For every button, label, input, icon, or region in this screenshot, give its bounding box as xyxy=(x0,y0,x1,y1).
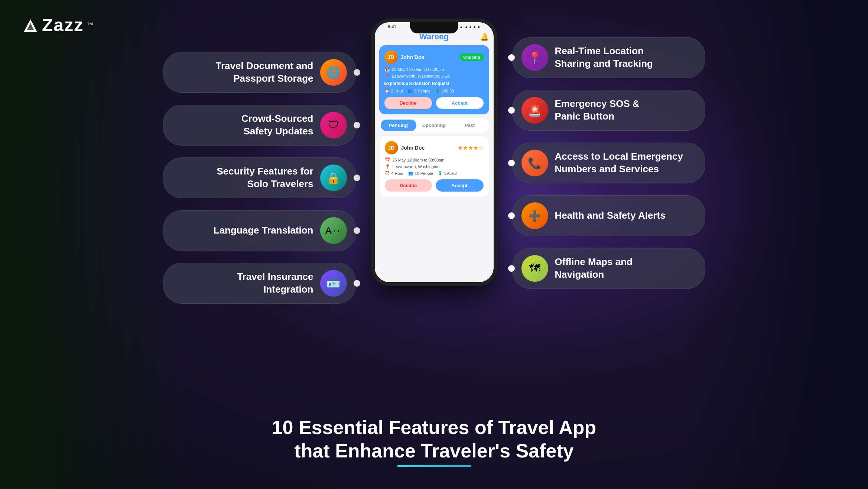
trip-2-buttons: Decline Accept xyxy=(385,179,484,192)
features-left: 🌐 Travel Document andPassport Storage 🛡 … xyxy=(163,52,356,304)
trip-1-date-text: 25 May 11:00am to 03:00pm xyxy=(392,67,444,72)
connector-real-time xyxy=(508,54,515,61)
stars-2: ★★★★☆ xyxy=(458,144,484,151)
real-time-icon: 📍 xyxy=(521,44,548,71)
feature-language: A↔ Language Translation xyxy=(163,210,356,251)
price-text-2: 391.68 xyxy=(444,171,457,176)
bottom-title: 10 Essential Features of Travel App that… xyxy=(0,416,868,467)
local-emergency-icon: 📞 xyxy=(521,150,548,176)
experience-label: Experience Extension Request xyxy=(384,81,484,86)
connector-insurance xyxy=(354,280,360,287)
people-icon-1: 👥 xyxy=(408,88,413,93)
user-name-1: John Doe xyxy=(401,54,425,60)
connector-travel-document xyxy=(354,69,360,76)
bottom-title-underline xyxy=(397,465,471,467)
people-icon-2: 👥 xyxy=(408,171,413,176)
trip-2-user: JD John Doe xyxy=(385,141,425,154)
location-icon-1: 📍 xyxy=(384,74,390,79)
features-right: 📍 Real-Time LocationSharing and Tracking… xyxy=(512,37,705,289)
bottom-title-line2: that Enhance Traveler's Safety xyxy=(0,439,868,462)
trip-1-buttons: Decline Accept xyxy=(384,97,484,109)
health-label: Health and Safety Alerts xyxy=(555,209,666,222)
people-text-2: 10 People xyxy=(415,171,433,176)
feature-insurance: 🪪 Travel InsuranceIntegration xyxy=(163,263,356,304)
trip-card-2: JD John Doe ★★★★☆ 📅 25 May 11:00am to 03… xyxy=(379,136,489,197)
logo-text: Zazz xyxy=(42,15,84,35)
duration-stat-1: ⏰ 2 Hour xyxy=(384,88,403,93)
calendar-icon-2: 📅 xyxy=(385,157,390,163)
connector-offline-maps xyxy=(508,265,515,272)
clock-icon-2: ⏰ xyxy=(385,171,390,176)
feature-emergency-sos: 🚨 Emergency SOS &Panic Button xyxy=(512,90,705,131)
trip-1-date: 📅 25 May 11:00am to 03:00pm xyxy=(384,67,484,72)
logo-tm: ™ xyxy=(87,21,93,29)
connector-health xyxy=(508,212,515,219)
price-text-1: 100.50 xyxy=(442,89,454,93)
accept-button-1[interactable]: Accept xyxy=(436,97,484,109)
duration-stat-2: ⏰ 4 Hour xyxy=(385,171,404,176)
trip-2-date-text: 25 May 11:00am to 03:00pm xyxy=(393,158,445,162)
time: 9:41 xyxy=(388,25,396,29)
tab-pending[interactable]: Pending xyxy=(381,120,416,131)
phone-screen: 9:41 ▲▲▲ ▲▲▲ ● Wareeg 🔔 JD John Doe Ongo… xyxy=(375,22,494,282)
trip-1-location-text: Leavenworth, Washington, USA xyxy=(392,74,450,78)
tab-past[interactable]: Past xyxy=(452,120,488,131)
emergency-sos-label: Emergency SOS &Panic Button xyxy=(555,98,640,123)
calendar-icon-1: 📅 xyxy=(384,67,390,72)
bell-icon: 🔔 xyxy=(480,32,489,41)
security-icon: 🔒 xyxy=(320,164,347,191)
insurance-label: Travel InsuranceIntegration xyxy=(237,271,313,296)
people-stat-2: 👥 10 People xyxy=(408,171,433,176)
status-badge-1: Ongoing xyxy=(459,53,484,61)
decline-button-1[interactable]: Decline xyxy=(384,97,432,109)
dollar-icon-2: 💲 xyxy=(438,171,443,176)
tabs: Pending Upcoming Past xyxy=(379,118,489,133)
tab-upcoming[interactable]: Upcoming xyxy=(416,120,452,131)
feature-crowd-sourced: 🛡 Crowd-SourcedSafety Updates xyxy=(163,105,356,146)
location-icon-2: 📍 xyxy=(385,164,390,169)
connector-language xyxy=(354,227,360,234)
language-icon: A↔ xyxy=(320,217,347,244)
connector-security xyxy=(354,175,360,181)
connector-local-emergency xyxy=(508,160,515,166)
feature-travel-document: 🌐 Travel Document andPassport Storage xyxy=(163,52,356,93)
travel-document-label: Travel Document andPassport Storage xyxy=(216,60,313,85)
crowd-sourced-label: Crowd-SourcedSafety Updates xyxy=(241,113,313,138)
avatar-2: JD xyxy=(385,141,398,154)
people-stat-1: 👥 5 People xyxy=(408,88,430,93)
bottom-title-line1: 10 Essential Features of Travel App xyxy=(0,416,868,439)
clock-icon-1: ⏰ xyxy=(384,88,390,93)
price-stat-1: 💲 100.50 xyxy=(435,88,454,93)
trip-1-location: 📍 Leavenworth, Washington, USA xyxy=(384,74,484,79)
decline-button-2[interactable]: Decline xyxy=(385,179,432,192)
connector-emergency-sos xyxy=(508,107,515,114)
avatar-1: JD xyxy=(384,50,398,64)
user-name-2: John Doe xyxy=(401,145,425,151)
travel-document-icon: 🌐 xyxy=(320,59,347,86)
feature-health: ➕ Health and Safety Alerts xyxy=(512,195,705,236)
offline-maps-label: Offline Maps andNavigation xyxy=(555,256,633,281)
emergency-sos-icon: 🚨 xyxy=(521,97,548,124)
health-icon: ➕ xyxy=(521,202,548,229)
connector-crowd-sourced xyxy=(354,122,360,128)
trip-card-1-header: JD John Doe Ongoing xyxy=(384,50,484,64)
feature-local-emergency: 📞 Access to Local EmergencyNumbers and S… xyxy=(512,143,705,183)
phone-container: 9:41 ▲▲▲ ▲▲▲ ● Wareeg 🔔 JD John Doe Ongo… xyxy=(364,19,505,286)
trip-2-stats: ⏰ 4 Hour 👥 10 People 💲 391.68 xyxy=(385,171,484,176)
duration-text-2: 4 Hour xyxy=(391,171,404,176)
local-emergency-label: Access to Local EmergencyNumbers and Ser… xyxy=(555,150,683,176)
trip-1-user: JD John Doe xyxy=(384,50,425,64)
accept-button-2[interactable]: Accept xyxy=(436,179,484,192)
insurance-icon: 🪪 xyxy=(320,270,347,297)
trip-2-location-text: Leavenworth, Washington xyxy=(393,164,440,169)
logo-icon xyxy=(22,18,39,33)
phone-notch xyxy=(410,22,458,33)
trip-1-stats: ⏰ 2 Hour 👥 5 People 💲 100.50 xyxy=(384,88,484,93)
trip-2-location: 📍 Leavenworth, Washington xyxy=(385,164,484,169)
duration-text-1: 2 Hour xyxy=(391,89,403,93)
real-time-label: Real-Time LocationSharing and Tracking xyxy=(555,45,653,70)
trip-card-2-header: JD John Doe ★★★★☆ xyxy=(385,141,484,154)
crowd-sourced-icon: 🛡 xyxy=(320,112,347,138)
dollar-icon-1: 💲 xyxy=(435,88,440,93)
trip-card-1: JD John Doe Ongoing 📅 25 May 11:00am to … xyxy=(379,45,489,114)
